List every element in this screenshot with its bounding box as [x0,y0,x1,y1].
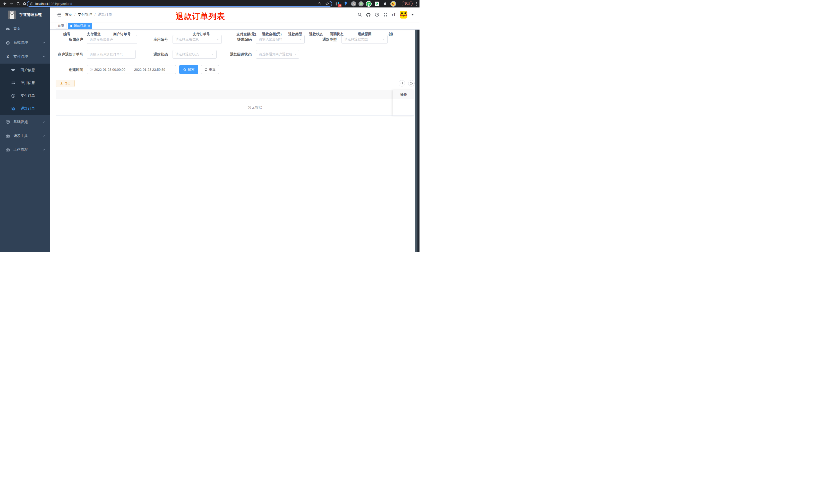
export-button[interactable]: 导出 [56,80,75,87]
sidebar-item-label: 系统管理 [13,40,28,45]
sidebar-item-infrastructure[interactable]: 基础设施 [0,115,50,129]
reset-button-label: 重置 [209,67,216,72]
browser-toolbar: localhost:1024/pay/refund 10 ⌘ y 更新 [0,0,420,7]
toolbox-icon [5,148,10,152]
documents-icon [11,107,15,111]
reset-button[interactable]: 重置 [201,65,219,74]
tab-home[interactable]: 首页 [56,23,67,29]
extension-green-dot-icon[interactable] [358,1,363,6]
select-placeholder: 请选择通知商户退款结果 [259,52,292,57]
chevron-down-icon [42,134,45,138]
breadcrumb: 首页 / 支付管理 / 退款订单 [65,7,112,22]
breadcrumb-home[interactable]: 首页 [65,12,72,17]
window-edge [417,7,420,252]
font-size-icon[interactable]: TT [392,13,396,17]
merchant-refund-no-input[interactable] [87,50,136,59]
tab-label: 退款订单 [74,23,86,29]
tags-view-bar: 首页 退款订单 × [50,22,420,30]
extension-diamond-icon[interactable]: 10 [335,1,340,7]
tab-label: 首页 [58,23,64,29]
toolbox-icon [5,134,10,138]
address-bar[interactable]: localhost:1024/pay/refund [27,1,332,7]
fixed-column-body [393,100,414,115]
browser-reload-button[interactable] [15,1,21,6]
sidebar-item-refund-order[interactable]: 退款订单 [0,102,50,115]
extension-command-icon[interactable]: ⌘ [351,1,356,6]
table-header [56,90,414,100]
browser-home-button[interactable] [22,1,27,6]
column-header-refund-reason: 退款原因 [358,30,372,39]
sidebar-item-workflow[interactable]: 工作流程 [0,143,50,157]
search-button[interactable]: 搜索 [179,65,198,74]
sidebar-item-pay-order[interactable]: ¥ 支付订单 [0,89,50,102]
table-empty-row [56,100,414,115]
window-scrollbar-strip[interactable] [415,7,417,252]
active-tab-dot [70,25,72,27]
download-icon [60,82,63,85]
sidebar-collapse-button[interactable] [56,12,61,17]
fullscreen-icon[interactable] [383,12,388,17]
sidebar-logo-row[interactable]: 芋道管理系统 [0,7,50,22]
user-avatar[interactable] [400,11,407,19]
extension-chat-icon[interactable] [374,1,380,7]
home-icon [22,2,26,6]
search-button-label: 搜索 [188,67,194,72]
range-end-date[interactable]: 2022-01-23 23:59:59 [134,68,167,72]
create-time-range-picker[interactable]: 2022-01-23 00:00:00 - 2022-01-23 23:59:5… [87,65,176,74]
breadcrumb-pay[interactable]: 支付管理 [78,12,92,17]
monitor-chart-icon [5,120,10,124]
chevron-down-icon [382,38,385,41]
refund-status-select[interactable]: 请选择退款状态 [173,50,217,59]
sidebar-item-label: 退款订单 [21,106,35,111]
update-label: 更新 [404,2,410,6]
breadcrumb-separator: / [74,13,75,17]
column-header-pay-channel: 支付渠道 [87,30,101,39]
extension-balloon-icon[interactable] [343,1,349,7]
column-header-merchant-order-no: 商户订单号 [113,30,131,39]
range-separator: - [129,68,133,72]
tab-refund-order[interactable]: 退款订单 × [68,23,92,29]
store-icon [11,68,15,72]
extension-y-icon[interactable]: y [366,1,372,7]
range-start-date[interactable]: 2022-01-23 00:00:00 [94,68,127,72]
chevron-down-icon [216,38,219,41]
column-header-refund-amount: 退款金额(元) [262,30,282,39]
refund-callback-status-select[interactable]: 请选择通知商户退款结果 [256,50,299,59]
sidebar-item-pay[interactable]: ¥ 支付管理 [0,50,50,64]
browser-forward-button[interactable] [9,1,14,6]
green-dot [360,2,362,5]
help-icon[interactable] [375,12,379,17]
extension-emoji-icon[interactable] [390,1,396,7]
refresh-table-button[interactable] [408,80,415,87]
sidebar-item-merchant-info[interactable]: 商户信息 [0,64,50,76]
page-info-icon[interactable] [30,2,34,6]
column-header-actions: 操作 [400,90,407,100]
sidebar-item-label: 应用信息 [21,80,35,85]
gear-icon [5,41,10,45]
column-header-refund-type: 退款类型 [288,30,302,39]
sidebar-item-app-info[interactable]: 应用信息 [0,76,50,89]
browser-menu-button[interactable] [415,1,418,6]
avatar-caret-down-icon[interactable] [411,14,414,15]
sidebar: 芋道管理系统 首页 系统管理 ¥ 支付管理 [0,7,50,252]
tab-close-icon[interactable]: × [88,24,90,28]
refund-list-content: 所属商户 应用编号 请选择应用信息 渠道编码 请输入渠道编码 退款类型 请选择退… [50,30,420,252]
dashboard-icon [5,27,10,31]
filter-label-create-time: 创建时间 [50,65,83,74]
browser-back-button[interactable] [2,1,8,6]
share-icon[interactable] [317,2,321,6]
url-text: localhost:1024/pay/refund [35,2,72,6]
search-icon [183,68,186,71]
bookmark-star-icon[interactable] [325,2,329,6]
github-icon[interactable] [366,12,371,17]
sidebar-item-system[interactable]: 系统管理 [0,36,50,50]
browser-update-button[interactable]: 更新 [402,1,413,6]
forward-arrow-icon [10,2,14,6]
sidebar-item-dev-tools[interactable]: 研发工具 [0,129,50,143]
extensions-puzzle-icon[interactable] [382,1,388,7]
column-header-refund-status: 退款状态 [309,30,323,39]
toggle-search-button[interactable] [399,80,405,87]
sidebar-item-home[interactable]: 首页 [0,22,50,36]
header-search-button[interactable] [357,12,362,17]
filter-label-refund-callback-status: 退款回调状态 [225,50,252,59]
